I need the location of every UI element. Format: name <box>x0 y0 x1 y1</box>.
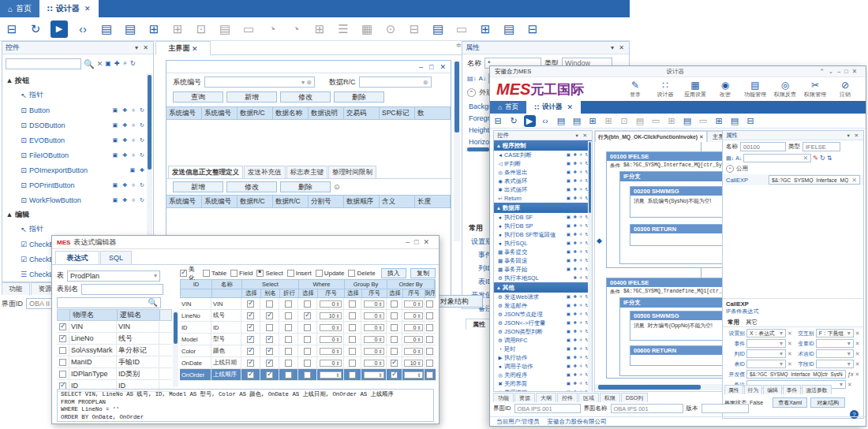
tree-item[interactable]: ✖ 关闭连接 ▣ ✚ ⍟ ↻ <box>494 388 592 391</box>
orderby-checkbox[interactable] <box>391 300 398 308</box>
prop-value-combo[interactable]: ▾ <box>746 339 786 348</box>
wrap-checkbox[interactable] <box>285 300 292 308</box>
control-item[interactable]: ⊡ POPrintButton ▣ ✚ ⍟ ↻ <box>4 177 146 192</box>
toolbar-icon[interactable]: ▭ <box>650 115 662 127</box>
tree-item[interactable]: ⚙ 发送邮件 ▣ ✚ ⍟ ↻ <box>494 301 592 310</box>
toolbar-icon[interactable]: ⊞ <box>713 115 725 127</box>
fx-icon[interactable]: ƒx <box>847 371 853 377</box>
search-input[interactable] <box>6 58 81 69</box>
field-checkbox[interactable] <box>59 347 66 354</box>
mes-tab-home[interactable]: ⌂首页 <box>490 101 526 114</box>
where-checkbox[interactable] <box>304 371 311 379</box>
desc-checkbox[interactable] <box>426 360 433 367</box>
groupby-checkbox[interactable] <box>349 360 356 367</box>
tree-item[interactable]: ◎ 关闭程序 ▣ ✚ ⍟ ↻ <box>494 371 592 379</box>
desc-checkbox[interactable] <box>426 300 433 308</box>
tree-item[interactable]: ● 执行DB SP ▣ ✚ ⍟ ↻ <box>494 222 592 230</box>
field-search-input[interactable]: 🔍 <box>57 297 161 308</box>
tree-section-database[interactable]: 数据库 <box>503 204 521 212</box>
field-checkbox[interactable] <box>59 359 66 366</box>
main-tab[interactable]: 主界面 ✕ <box>155 41 211 55</box>
option-checkbox[interactable]: Select <box>256 270 282 277</box>
prop-value-combo[interactable]: ▾ <box>746 360 786 368</box>
mes-bottom-tab[interactable]: 资源 <box>514 393 535 402</box>
ribbon-item[interactable]: ▦ 应用设置 <box>681 80 709 99</box>
table-header-cell[interactable]: 系统编号 <box>166 107 202 119</box>
platform-filter-icons[interactable]: ▣ ✚ ⍟ ↻ <box>105 60 136 68</box>
prop-value-combo[interactable]: F：下悬组▾ <box>816 329 854 338</box>
sysno-combo[interactable]: ▾ ⊗ <box>204 76 315 88</box>
name-input[interactable]: 00100 <box>740 142 786 151</box>
props-bottom-tab[interactable]: 行为 <box>744 385 763 394</box>
option-checkbox[interactable]: Delete <box>348 270 375 277</box>
close-icon[interactable]: ✕ <box>84 5 91 13</box>
datarc-input[interactable]: ⊗ <box>359 76 432 88</box>
tree-item[interactable]: ⚙ 发送Web请求 ▣ ✚ ⍟ ↻ <box>494 293 592 301</box>
screen-id-input[interactable]: OBA IPS 001 <box>514 404 581 413</box>
toolbar-icon[interactable]: ▤ <box>429 21 447 38</box>
panel-menu-icons[interactable]: ▾ ✕ <box>135 44 150 51</box>
control-item[interactable]: ⊡ POImexportButton ▣ ✚ <box>4 162 146 177</box>
props-bottom-tab[interactable]: 激活参数 <box>802 385 831 394</box>
action-button[interactable]: 修改 <box>280 91 331 103</box>
tree-section-program[interactable]: 程序控制 <box>503 142 526 150</box>
toolbar-icon[interactable]: ⊞ <box>145 21 163 38</box>
field-checkbox[interactable] <box>59 371 66 378</box>
grid-row[interactable]: Color 颜色 0⇕ 0⇕ 0⇕ <box>180 345 436 357</box>
tree-item[interactable]: ● 执行DB SF ▣ ✚ ⍟ ↻ <box>494 213 592 222</box>
brush-icon[interactable]: ✎ <box>813 155 818 162</box>
tab-home[interactable]: ⌂ 首页 <box>0 0 39 17</box>
toolbar-icon[interactable]: ⊞ <box>666 115 678 127</box>
orderby-checkbox[interactable] <box>391 312 398 319</box>
subtab[interactable]: 发送补充值 <box>244 166 286 178</box>
close-icon[interactable]: ✕ <box>699 134 704 140</box>
table-header-cell[interactable]: 数 <box>415 107 451 119</box>
toolbar-icon[interactable]: ⊡ <box>619 115 630 127</box>
select-checkbox[interactable] <box>247 360 254 367</box>
tab-scroll-icon[interactable]: ≑ <box>455 41 462 54</box>
ribbon-item[interactable]: ◉ 改密 <box>711 80 739 99</box>
action-button[interactable]: 查询 <box>173 91 223 103</box>
orderby-checkbox[interactable] <box>391 360 398 367</box>
table-header-cell[interactable]: 数据顺序 <box>344 196 380 207</box>
table-header-cell[interactable]: 系统编号 <box>202 107 238 119</box>
action-button[interactable]: 新增 <box>173 181 223 192</box>
desc-checkbox[interactable] <box>426 371 433 379</box>
groupby-checkbox[interactable] <box>349 312 356 319</box>
version-input[interactable] <box>702 404 749 413</box>
table-header-cell[interactable]: 数据名称 <box>273 107 309 119</box>
close-icon[interactable]: ✕ <box>567 103 574 111</box>
toolbar-icon[interactable]: ⊙ <box>382 21 399 38</box>
screen-name-input[interactable]: OBA IPS 001 <box>611 404 683 413</box>
mes-bottom-tab[interactable]: 区域 <box>578 393 599 402</box>
left-table-scrollbar[interactable] <box>173 311 178 387</box>
groupby-checkbox[interactable] <box>349 324 356 331</box>
toolbar-icon[interactable]: ▤ <box>682 115 694 127</box>
alias-checkbox[interactable] <box>266 348 273 355</box>
sort-category-icon[interactable]: ▤↓ <box>467 75 477 82</box>
subtab[interactable]: 发送信息正文整理定义 <box>168 166 243 178</box>
select-checkbox[interactable] <box>247 300 254 308</box>
bottom-tab-props[interactable]: 属性 <box>466 319 492 330</box>
ribbon-item[interactable]: ◎ 权限反查 <box>771 80 799 99</box>
alias-checkbox[interactable] <box>266 300 273 308</box>
where-checkbox[interactable] <box>304 348 311 355</box>
toolbar-icon[interactable]: ▭ <box>698 115 709 127</box>
tree-item[interactable]: ▦ 事务回滚 ▣ ✚ ⍟ ↻ <box>494 256 592 265</box>
toolbar-icon[interactable]: ‹› <box>74 21 92 38</box>
table-header-cell[interactable]: 系统编号 <box>166 196 202 207</box>
sort-category-icon[interactable]: ▤↓ <box>726 155 734 162</box>
toolbar-icon[interactable]: ◔ <box>264 21 281 38</box>
field-row[interactable]: SolAssyMark 单分标记 <box>57 345 172 356</box>
tree-section-other[interactable]: 其他 <box>503 284 514 292</box>
option-checkbox[interactable]: Table <box>203 270 226 277</box>
control-item[interactable]: ⊡ EVOButton ▣ ✚ ⍟ ↻ <box>4 132 146 147</box>
option-checkbox[interactable]: Update <box>316 270 345 277</box>
alias-checkbox[interactable] <box>266 360 273 367</box>
toolbar-icon[interactable]: ▭ <box>453 21 470 38</box>
grid-row[interactable]: Model 型号 0⇕ 0⇕ 0⇕ <box>180 334 436 345</box>
tree-item[interactable]: ▦ 事务开始 ▣ ✚ ⍟ ↻ <box>494 265 592 274</box>
control-item[interactable]: ⊡ WorkFlowButton ▣ ✚ ⍟ ↻ <box>4 192 146 207</box>
select-checkbox[interactable] <box>247 348 254 355</box>
table-combo[interactable]: ProdPlan▾ <box>67 270 160 282</box>
